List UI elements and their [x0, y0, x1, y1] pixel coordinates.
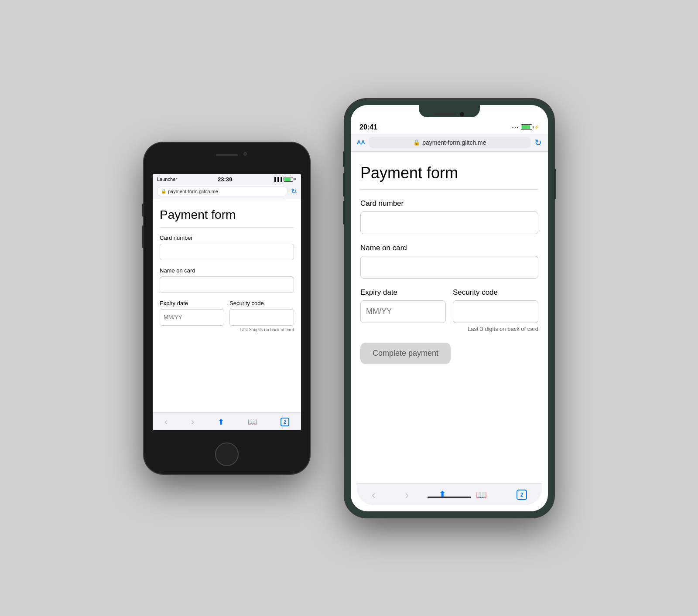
notch: [419, 105, 480, 117]
url-text-large: payment-form.glitch.me: [422, 139, 486, 146]
bookmarks-button-large[interactable]: 📖: [476, 490, 487, 500]
share-button-large[interactable]: ⬆: [438, 489, 446, 500]
security-input-large[interactable]: [453, 300, 538, 323]
mute-button[interactable]: [343, 151, 345, 167]
battery-fill: [284, 178, 291, 181]
dots-icon: ···: [512, 124, 519, 130]
launcher-label: Launcher: [157, 177, 177, 182]
battery-icon-large: [521, 124, 532, 130]
vol-down-button[interactable]: [343, 201, 345, 225]
share-button[interactable]: ⬆: [218, 417, 224, 427]
page-title: Payment form: [160, 208, 294, 228]
security-input[interactable]: [229, 309, 294, 326]
card-number-group-large: Card number: [360, 199, 538, 234]
charging-icon-large: ⚡: [534, 125, 539, 129]
back-button-large[interactable]: ‹: [372, 488, 376, 502]
bottom-toolbar-large: ‹ › ⬆ 📖 2: [357, 483, 542, 505]
camera-area: [435, 112, 464, 116]
url-text: payment-form.glitch.me: [168, 189, 218, 194]
back-button[interactable]: ‹: [164, 416, 168, 428]
url-pill-large[interactable]: 🔒 payment-form.glitch.me: [369, 137, 531, 148]
card-number-group: Card number: [160, 235, 294, 260]
charging-icon: +: [294, 177, 297, 181]
security-group: Security code Last 3 digits on back of c…: [229, 300, 294, 332]
url-bar[interactable]: 🔒 payment-form.glitch.me ↻: [153, 184, 301, 199]
security-hint-large: Last 3 digits on back of card: [453, 326, 538, 332]
status-time: 23:39: [218, 176, 232, 183]
security-group-large: Security code Last 3 digits on back of c…: [453, 288, 538, 332]
lock-icon-large: 🔒: [413, 139, 420, 146]
card-number-input[interactable]: [160, 244, 294, 260]
tabs-button[interactable]: 2: [281, 418, 289, 426]
status-bar: Launcher 23:39 ▐▐▐ +: [153, 174, 301, 184]
speaker: [216, 154, 238, 156]
security-hint: Last 3 digits on back of card: [229, 327, 294, 332]
tabs-button-large[interactable]: 2: [517, 490, 527, 500]
page-content: Payment form Card number Name on card Ex…: [153, 199, 301, 412]
bookmarks-button[interactable]: 📖: [248, 417, 257, 426]
battery-container: ▐▐▐ +: [273, 177, 297, 182]
security-label: Security code: [229, 300, 294, 306]
camera-dot: [460, 112, 464, 116]
submit-button-large[interactable]: Complete payment: [360, 343, 451, 364]
name-group-large: Name on card: [360, 244, 538, 279]
expiry-label: Expiry date: [160, 300, 224, 306]
expiry-label-large: Expiry date: [360, 288, 446, 297]
speaker-large: [435, 113, 456, 115]
name-label-large: Name on card: [360, 244, 538, 252]
lock-icon: 🔒: [161, 189, 166, 194]
expiry-security-row: Expiry date Security code Last 3 digits …: [160, 300, 294, 332]
name-input[interactable]: [160, 276, 294, 293]
refresh-button-large[interactable]: ↻: [534, 137, 542, 148]
url-pill[interactable]: 🔒 payment-form.glitch.me: [157, 187, 287, 196]
card-number-label: Card number: [160, 235, 294, 241]
card-number-input-large[interactable]: [360, 211, 538, 234]
camera: [243, 152, 247, 156]
large-phone-screen: 20:41 ··· ⚡ AA 🔒 payment-form.glitch.me …: [351, 105, 548, 511]
status-time-large: 20:41: [359, 123, 377, 131]
small-phone-screen: Launcher 23:39 ▐▐▐ + 🔒 payment-form.glit…: [153, 174, 301, 430]
home-indicator: [428, 497, 471, 498]
forward-button-large[interactable]: ›: [405, 488, 409, 502]
status-icons: ··· ⚡: [512, 124, 539, 130]
home-button[interactable]: [215, 442, 239, 466]
name-group: Name on card: [160, 267, 294, 293]
bottom-toolbar: ‹ › ⬆ 📖 2: [153, 412, 301, 430]
page-content-large: Payment form Card number Name on card Ex…: [351, 152, 548, 376]
small-phone: Launcher 23:39 ▐▐▐ + 🔒 payment-form.glit…: [144, 143, 310, 474]
large-phone: 20:41 ··· ⚡ AA 🔒 payment-form.glitch.me …: [345, 99, 554, 517]
expiry-group: Expiry date: [160, 300, 224, 332]
vol-up-button[interactable]: [343, 173, 345, 197]
battery-icon: [284, 177, 293, 182]
name-label: Name on card: [160, 267, 294, 274]
battery-fill-large: [522, 125, 530, 129]
security-label-large: Security code: [453, 288, 538, 297]
expiry-input-large[interactable]: [360, 300, 446, 323]
expiry-group-large: Expiry date: [360, 288, 446, 332]
power-button[interactable]: [554, 169, 556, 199]
signal-icon: ▐▐▐: [273, 177, 282, 182]
page-title-large: Payment form: [360, 164, 538, 190]
aa-button[interactable]: AA: [357, 139, 365, 146]
expiry-security-row-large: Expiry date Security code Last 3 digits …: [360, 288, 538, 332]
forward-button[interactable]: ›: [191, 416, 194, 428]
expiry-input[interactable]: [160, 309, 224, 326]
card-number-label-large: Card number: [360, 199, 538, 208]
name-input-large[interactable]: [360, 256, 538, 279]
refresh-button[interactable]: ↻: [291, 187, 297, 195]
url-bar-large[interactable]: AA 🔒 payment-form.glitch.me ↻: [351, 134, 548, 152]
